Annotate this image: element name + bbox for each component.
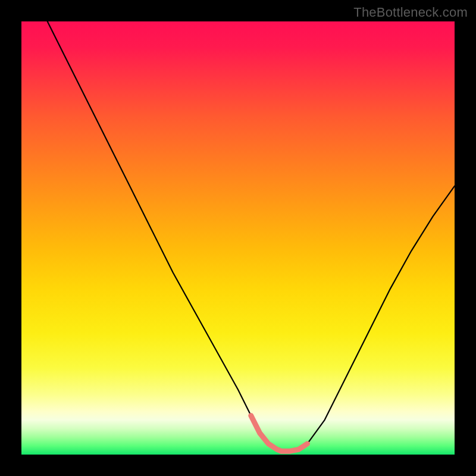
chart-frame: TheBottleneck.com [0, 0, 476, 476]
watermark-text: TheBottleneck.com [353, 5, 468, 20]
bottleneck-curve [48, 21, 455, 451]
curve-layer [21, 21, 455, 455]
highlight-segment [251, 416, 308, 452]
plot-area [21, 21, 455, 455]
